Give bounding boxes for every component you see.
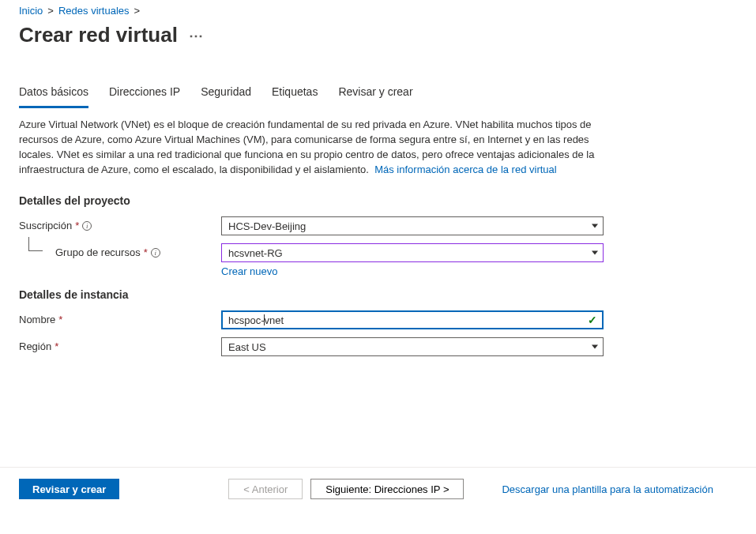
- download-template-link[interactable]: Descargar una plantilla para la automati…: [502, 483, 713, 495]
- chevron-down-icon: [592, 345, 598, 349]
- resource-group-select[interactable]: hcsvnet-RG: [221, 243, 604, 262]
- check-icon: ✓: [588, 314, 597, 326]
- chevron-right-icon: >: [134, 5, 141, 17]
- page-title-row: Crear red virtual ⋯: [19, 23, 737, 47]
- review-create-button[interactable]: Revisar y crear: [19, 479, 119, 499]
- section-project-details: Detalles del proyecto: [19, 194, 737, 207]
- region-label: Región *: [19, 337, 221, 352]
- breadcrumb: Inicio > Redes virtuales >: [19, 5, 737, 17]
- tab-security[interactable]: Seguridad: [201, 81, 251, 108]
- description: Azure Virtual Network (VNet) es el bloqu…: [19, 118, 619, 177]
- chevron-down-icon: [592, 251, 598, 255]
- chevron-down-icon: [592, 224, 598, 228]
- required-icon: *: [55, 340, 58, 352]
- section-instance-details: Detalles de instancia: [19, 288, 737, 301]
- region-select[interactable]: East US: [221, 337, 604, 356]
- tab-tags[interactable]: Etiquetas: [272, 81, 318, 108]
- subscription-select[interactable]: HCS-Dev-Beijing: [221, 216, 604, 235]
- learn-more-link[interactable]: Más información acerca de la red virtual: [374, 164, 557, 175]
- page-title: Crear red virtual: [19, 23, 178, 47]
- tabs: Datos básicos Direcciones IP Seguridad E…: [19, 81, 737, 108]
- tab-basics[interactable]: Datos básicos: [19, 81, 88, 108]
- subscription-label: Suscripción * i: [19, 216, 221, 231]
- chevron-right-icon: >: [47, 5, 54, 17]
- name-input[interactable]: hcspoc-vnet ✓: [221, 310, 604, 329]
- more-icon[interactable]: ⋯: [189, 27, 204, 44]
- resource-group-label: Grupo de recursos * i: [19, 243, 221, 258]
- info-icon[interactable]: i: [151, 248, 160, 258]
- footer: Revisar y crear < Anterior Siguiente: Di…: [0, 467, 756, 534]
- required-icon: *: [144, 246, 148, 258]
- tab-review-create[interactable]: Revisar y crear: [338, 81, 412, 108]
- next-button[interactable]: Siguiente: Direcciones IP >: [310, 479, 464, 499]
- breadcrumb-home[interactable]: Inicio: [19, 5, 43, 17]
- required-icon: *: [75, 220, 79, 231]
- create-new-link[interactable]: Crear nuevo: [221, 265, 278, 277]
- previous-button: < Anterior: [228, 479, 303, 499]
- tab-ip-addresses[interactable]: Direcciones IP: [109, 81, 180, 108]
- breadcrumb-vnets[interactable]: Redes virtuales: [58, 5, 130, 17]
- required-icon: *: [58, 314, 62, 325]
- name-label: Nombre *: [19, 310, 221, 325]
- info-icon[interactable]: i: [82, 221, 92, 231]
